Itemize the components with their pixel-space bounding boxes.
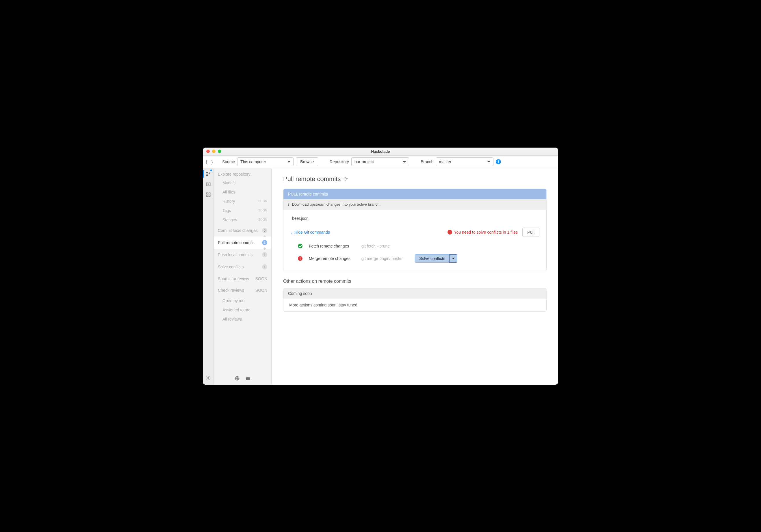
sidebar-explore-header[interactable]: Explore repository bbox=[214, 168, 271, 178]
pull-panel: PULL remote commits i Download upstream … bbox=[283, 188, 547, 271]
repository-select[interactable]: our-project bbox=[351, 157, 409, 166]
error-status-icon: ! bbox=[298, 256, 303, 261]
window-title: Hackolade bbox=[371, 149, 390, 154]
svg-rect-6 bbox=[208, 193, 210, 194]
sidebar-item-pull[interactable]: Pull remote commits1 bbox=[214, 237, 271, 249]
merge-command: git merge origin/master bbox=[361, 256, 403, 261]
close-window-button[interactable] bbox=[206, 150, 210, 153]
folder-icon[interactable] bbox=[245, 376, 251, 382]
sidebar-item-check[interactable]: Check reviewsSOON bbox=[214, 285, 271, 296]
braces-icon[interactable]: { } bbox=[205, 159, 213, 165]
success-icon bbox=[298, 244, 303, 248]
panel-header: PULL remote commits bbox=[283, 189, 546, 199]
solve-conflicts-button[interactable]: Solve conflicts bbox=[415, 254, 449, 263]
svg-point-0 bbox=[206, 172, 207, 173]
sidebar-item-tags[interactable]: TagsSOON bbox=[214, 206, 271, 215]
sidebar-item-commit[interactable]: Commit local changes0 bbox=[214, 224, 271, 237]
hide-git-commands-link[interactable]: ⌄Hide Git commands bbox=[290, 230, 330, 235]
settings-icon[interactable] bbox=[205, 375, 211, 381]
sidebar-item-push[interactable]: Push local commits1 bbox=[214, 249, 271, 261]
svg-rect-4 bbox=[208, 183, 210, 186]
branch-label: Branch bbox=[421, 159, 434, 164]
maximize-window-button[interactable] bbox=[218, 150, 221, 153]
globe-icon[interactable] bbox=[235, 376, 240, 382]
coming-soon-body: More actions coming soon, stay tuned! bbox=[283, 299, 546, 311]
titlebar: Hackolade bbox=[203, 148, 558, 156]
fetch-command: git fetch --prune bbox=[361, 244, 390, 248]
coming-soon-header: Coming soon bbox=[283, 288, 546, 299]
svg-rect-3 bbox=[206, 183, 208, 186]
source-select[interactable]: This computer bbox=[237, 157, 294, 166]
error-icon: ! bbox=[447, 230, 452, 235]
sidebar-item-allreviews[interactable]: All reviews bbox=[214, 314, 271, 324]
svg-point-2 bbox=[209, 172, 210, 173]
minimize-window-button[interactable] bbox=[212, 150, 215, 153]
info-glyph-icon: i bbox=[288, 202, 289, 207]
sidebar-item-submit[interactable]: Submit for reviewSOON bbox=[214, 273, 271, 285]
merge-row: ! Merge remote changes git merge origin/… bbox=[290, 251, 539, 266]
svg-rect-7 bbox=[206, 195, 208, 196]
solve-conflicts-dropdown-toggle[interactable] bbox=[449, 254, 457, 263]
sidebar-item-models[interactable]: Models bbox=[214, 178, 271, 187]
page-title: Pull remote commits bbox=[283, 175, 341, 183]
browse-button[interactable]: Browse bbox=[296, 157, 318, 166]
app-window: Hackolade { } Source This computer Brows… bbox=[203, 148, 558, 385]
sidebar-item-allfiles[interactable]: All files bbox=[214, 187, 271, 197]
svg-point-1 bbox=[206, 175, 207, 176]
other-actions-title: Other actions on remote commits bbox=[283, 279, 547, 284]
refresh-icon[interactable]: ⟳ bbox=[343, 176, 348, 182]
icon-rail bbox=[203, 168, 214, 385]
fetch-row: Fetch remote changes git fetch --prune bbox=[290, 241, 539, 251]
svg-point-9 bbox=[207, 377, 209, 379]
solve-conflicts-split-button: Solve conflicts ✓Solve conflicts Choose … bbox=[415, 254, 457, 263]
sidebar-item-solve[interactable]: Solve conflicts1 bbox=[214, 261, 271, 273]
repository-label: Repository bbox=[330, 159, 349, 164]
file-name: beer.json bbox=[290, 215, 539, 227]
source-label: Source bbox=[222, 159, 235, 164]
sidebar-item-history[interactable]: HistorySOON bbox=[214, 197, 271, 206]
pull-button[interactable]: Pull bbox=[522, 228, 539, 237]
svg-rect-8 bbox=[208, 195, 210, 196]
sidebar-item-assigned[interactable]: Assigned to me bbox=[214, 305, 271, 314]
svg-rect-5 bbox=[206, 193, 208, 194]
info-icon[interactable]: i bbox=[496, 159, 501, 164]
conflict-warning: ! You need to solve conflicts in 1 files bbox=[447, 230, 518, 235]
compare-icon[interactable] bbox=[205, 181, 211, 187]
sidebar-item-stashes[interactable]: StashesSOON bbox=[214, 215, 271, 224]
main-content: Pull remote commits ⟳ PULL remote commit… bbox=[271, 168, 558, 385]
grid-icon[interactable] bbox=[205, 191, 211, 198]
coming-soon-panel: Coming soon More actions coming soon, st… bbox=[283, 288, 547, 312]
sidebar: Explore repository Models All files Hist… bbox=[214, 168, 271, 385]
branch-icon[interactable] bbox=[205, 171, 211, 177]
toolbar: { } Source This computer Browse Reposito… bbox=[203, 156, 558, 168]
panel-info: i Download upstream changes into your ac… bbox=[283, 199, 546, 210]
sidebar-item-openbyme[interactable]: Open by me bbox=[214, 296, 271, 305]
branch-select[interactable]: master bbox=[436, 157, 494, 166]
